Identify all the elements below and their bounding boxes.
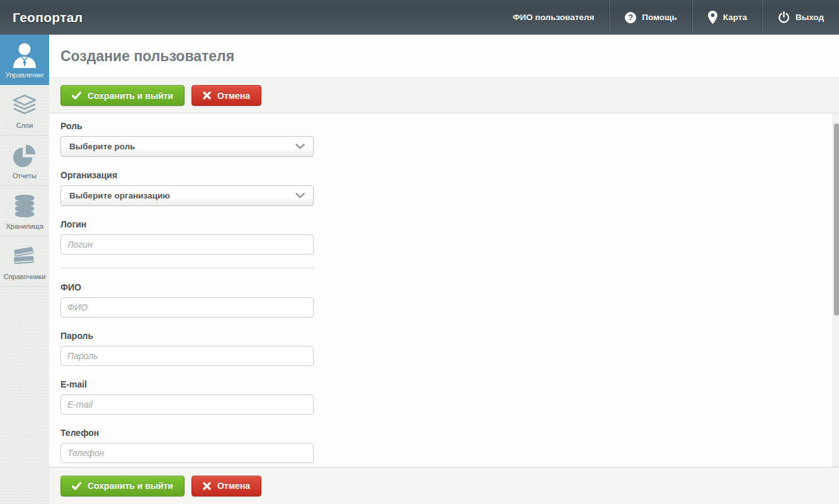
scrollbar-thumb[interactable]: [834, 123, 839, 316]
form-group-organization: Организация Выберите организацию: [60, 170, 314, 206]
check-icon: [72, 482, 81, 490]
sidebar-item-directories[interactable]: Справочники: [0, 236, 49, 287]
phone-label: Телефон: [60, 428, 314, 438]
email-input[interactable]: [60, 394, 314, 415]
login-label: Логин: [60, 219, 314, 229]
password-input[interactable]: [60, 346, 314, 366]
logout-link[interactable]: Выход: [763, 0, 839, 35]
role-label: Роль: [60, 121, 314, 131]
form-group-email: E-mail: [60, 379, 314, 415]
sidebar-item-label: Слои: [16, 122, 33, 129]
user-fullname-link[interactable]: ФИО пользователя: [498, 0, 609, 35]
sidebar-item-layers[interactable]: Слои: [0, 85, 49, 135]
role-select-value: Выберите роль: [69, 142, 135, 151]
help-circle-icon: ?: [625, 12, 636, 23]
sidebar-item-label: Хранилища: [6, 222, 43, 230]
page-title: Создание пользователя: [60, 48, 234, 65]
save-and-exit-label: Сохранить и выйти: [88, 91, 173, 101]
save-and-exit-button-bottom[interactable]: Сохранить и выйти: [60, 476, 185, 496]
top-toolbar: Сохранить и выйти Отмена: [49, 78, 839, 113]
cross-icon: [203, 91, 211, 100]
topbar-menu: ФИО пользователя ? Помощь Карта: [498, 0, 839, 35]
fullname-input[interactable]: [60, 297, 314, 318]
email-label: E-mail: [60, 379, 314, 389]
vertical-scrollbar[interactable]: [833, 113, 839, 467]
logout-label: Выход: [796, 13, 824, 22]
login-input[interactable]: [60, 234, 314, 255]
layers-icon: [1, 92, 48, 118]
check-icon: [72, 91, 81, 100]
form-group-password: Пароль: [60, 331, 314, 366]
role-select[interactable]: Выберите роль: [60, 136, 314, 157]
organization-select-value: Выберите организацию: [69, 191, 170, 200]
sidebar-item-label: Отчеты: [13, 172, 37, 180]
user-fullname-label: ФИО пользователя: [513, 13, 594, 22]
sidebar-item-label: Справочники: [4, 273, 46, 280]
phone-input[interactable]: [60, 443, 314, 463]
cancel-label: Отмена: [217, 91, 250, 101]
sidebar-item-label: Управление: [5, 71, 43, 79]
form-group-role: Роль Выберите роль: [60, 121, 314, 157]
main-content: Создание пользователя Сохранить и выйти …: [49, 35, 839, 504]
cancel-button-bottom[interactable]: Отмена: [191, 476, 261, 496]
sidebar-item-storages[interactable]: Хранилища: [0, 186, 49, 236]
cross-icon: [203, 482, 211, 490]
help-label: Помощь: [642, 13, 677, 22]
save-and-exit-button[interactable]: Сохранить и выйти: [60, 85, 185, 106]
user-create-form: Роль Выберите роль Организация Выберите …: [49, 113, 839, 467]
app-logo[interactable]: Геопортал: [0, 10, 95, 25]
form-section-divider: [60, 268, 314, 268]
user-icon: [1, 42, 48, 68]
organization-select[interactable]: Выберите организацию: [60, 185, 314, 206]
map-label: Карта: [723, 13, 747, 22]
page-header: Создание пользователя: [49, 35, 839, 78]
bottom-toolbar: Сохранить и выйти Отмена: [49, 467, 839, 504]
sidebar-item-reports[interactable]: Отчеты: [0, 135, 49, 186]
cancel-button[interactable]: Отмена: [191, 85, 261, 106]
save-and-exit-label: Сохранить и выйти: [88, 481, 173, 491]
sidebar-item-management[interactable]: Управление: [0, 35, 49, 85]
form-group-phone: Телефон: [60, 428, 314, 463]
form-group-login: Логин: [60, 219, 314, 255]
pie-chart-icon: [1, 142, 48, 169]
database-icon: [1, 193, 48, 219]
topbar: Геопортал ФИО пользователя ? Помощь Карт…: [0, 0, 839, 35]
form-group-fullname: ФИО: [60, 282, 314, 318]
organization-label: Организация: [60, 170, 314, 180]
sidebar: Управление Слои Отчеты: [0, 35, 49, 504]
chevron-down-icon: [295, 144, 305, 149]
power-icon: [778, 11, 790, 23]
help-link[interactable]: ? Помощь: [610, 0, 692, 35]
fullname-label: ФИО: [60, 282, 314, 292]
map-pin-icon: [708, 11, 717, 24]
password-label: Пароль: [60, 331, 314, 341]
books-icon: [1, 243, 48, 270]
map-link[interactable]: Карта: [693, 0, 762, 35]
cancel-label: Отмена: [217, 481, 250, 491]
chevron-down-icon: [295, 193, 305, 198]
